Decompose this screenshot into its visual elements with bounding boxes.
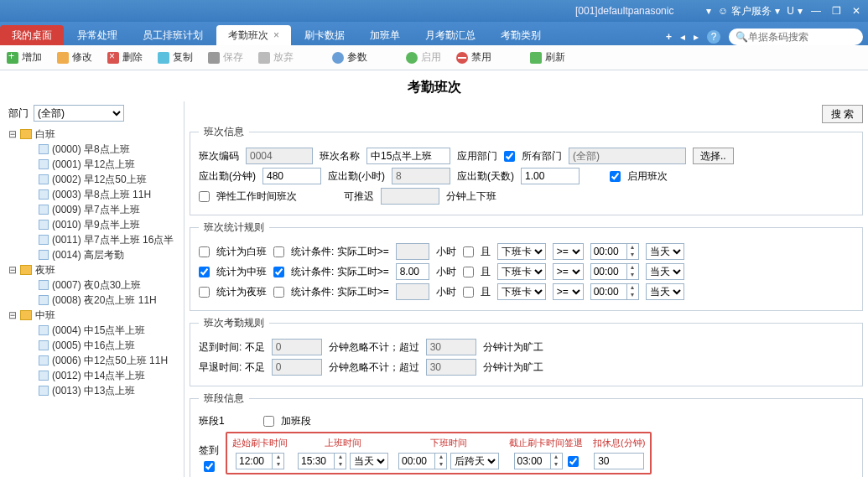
select-dept-button[interactable]: 选择.. <box>693 148 734 164</box>
copy-button[interactable]: 复制 <box>158 50 193 65</box>
time-input[interactable] <box>591 284 626 299</box>
and-checkbox[interactable] <box>463 246 474 257</box>
time-input[interactable] <box>591 244 626 259</box>
op-select[interactable]: >= <box>553 243 584 260</box>
disable-button[interactable]: 禁用 <box>456 50 491 65</box>
tree-item[interactable]: (0007) 夜0点30上班 <box>29 277 180 293</box>
tree-item[interactable]: (0001) 早12点上班 <box>29 157 180 172</box>
off-time-spinner[interactable]: ▴▾ <box>398 453 447 469</box>
collapse-icon[interactable]: ⊟ <box>8 128 17 140</box>
due-min-field[interactable] <box>262 168 321 184</box>
time-input[interactable] <box>236 454 272 469</box>
time-input[interactable] <box>299 454 334 469</box>
u-menu[interactable]: U ▾ <box>787 5 803 17</box>
time-spinner[interactable]: ▴▾ <box>590 263 639 280</box>
close-button[interactable]: ✕ <box>850 4 863 18</box>
close-tab-icon[interactable]: × <box>273 29 279 41</box>
down-arrow-icon[interactable]: ▾ <box>335 461 346 469</box>
dept-select[interactable]: (全部) <box>34 105 124 122</box>
tab-exception[interactable]: 异常处理 <box>65 25 129 45</box>
day-select[interactable]: 当天 <box>646 283 684 300</box>
cond-checkbox[interactable] <box>273 246 284 257</box>
time-spinner[interactable]: ▴▾ <box>590 243 639 260</box>
on-day-select[interactable]: 当天 <box>350 453 388 469</box>
and-checkbox[interactable] <box>463 287 474 298</box>
as-night-checkbox[interactable] <box>199 287 210 298</box>
tree-item[interactable]: (0013) 中13点上班 <box>29 383 180 398</box>
enable-shift-checkbox[interactable] <box>610 171 621 182</box>
add-button[interactable]: 增加 <box>7 50 42 65</box>
collapse-icon[interactable]: ⊟ <box>8 309 17 321</box>
tab-schedule[interactable]: 员工排班计划 <box>131 25 215 45</box>
minimize-button[interactable]: — <box>809 4 823 18</box>
customer-service-link[interactable]: ☺ 客户服务 ▾ <box>718 4 780 18</box>
tree-item[interactable]: (0009) 早7点半上班 <box>29 202 180 217</box>
start-card-spinner[interactable]: ▴▾ <box>236 453 284 469</box>
seg1-ot-checkbox[interactable] <box>263 416 274 427</box>
dropdown-arrow-icon[interactable]: ▾ <box>706 5 711 17</box>
due-day-field[interactable] <box>521 168 580 184</box>
tab-overtime[interactable]: 加班单 <box>358 25 412 45</box>
time-input[interactable] <box>399 454 434 469</box>
enable-button[interactable]: 启用 <box>406 50 441 65</box>
next-tab-button[interactable]: ▸ <box>694 31 699 43</box>
flex-checkbox[interactable] <box>199 191 210 202</box>
time-spinner[interactable]: ▴▾ <box>590 283 639 300</box>
end-card-spinner[interactable]: ▴▾ <box>514 453 563 469</box>
add-tab-button[interactable]: + <box>666 31 672 43</box>
down-arrow-icon[interactable]: ▾ <box>627 272 638 279</box>
cond-checkbox[interactable] <box>273 267 284 277</box>
off-day-select[interactable]: 后跨天 <box>450 453 499 469</box>
discard-button[interactable]: 放弃 <box>258 50 294 65</box>
cond-val[interactable] <box>396 263 429 280</box>
barcode-search[interactable]: 🔍 <box>729 29 863 45</box>
all-dept-checkbox[interactable] <box>504 151 515 162</box>
refresh-button[interactable]: 刷新 <box>530 50 565 65</box>
card-select[interactable]: 下班卡 <box>497 243 546 260</box>
down-arrow-icon[interactable]: ▾ <box>627 251 638 259</box>
tab-category[interactable]: 考勤类别 <box>489 25 553 45</box>
collapse-icon[interactable]: ⊟ <box>8 264 17 276</box>
tab-monthly[interactable]: 月考勤汇总 <box>413 25 487 45</box>
edit-button[interactable]: 修改 <box>57 50 92 65</box>
tab-swipe[interactable]: 刷卡数据 <box>293 25 356 45</box>
signout-checkbox[interactable] <box>568 456 579 467</box>
cond-checkbox[interactable] <box>273 287 284 298</box>
name-field[interactable] <box>366 148 450 164</box>
and-checkbox[interactable] <box>463 267 474 277</box>
tree-item[interactable]: (0002) 早12点50上班 <box>29 172 180 187</box>
down-arrow-icon[interactable]: ▾ <box>273 461 283 469</box>
restore-button[interactable]: ❐ <box>829 4 843 18</box>
tree-group[interactable]: ⊟中班 <box>8 308 180 323</box>
params-button[interactable]: 参数 <box>332 50 367 65</box>
as-day-checkbox[interactable] <box>199 246 210 257</box>
tree-item[interactable]: (0012) 中14点半上班 <box>29 368 180 383</box>
help-icon[interactable]: ? <box>707 30 720 44</box>
time-input[interactable] <box>591 264 626 279</box>
tree-group[interactable]: ⊟白班 <box>8 127 180 142</box>
tree-group[interactable]: ⊟夜班 <box>8 262 180 277</box>
as-mid-checkbox[interactable] <box>199 267 210 277</box>
on-time-spinner[interactable]: ▴▾ <box>298 453 346 469</box>
tree-item[interactable]: (0008) 夜20点上班 11H <box>29 293 180 308</box>
card-select[interactable]: 下班卡 <box>497 263 546 280</box>
tree-item[interactable]: (0005) 中16点上班 <box>29 338 180 353</box>
tree-item[interactable]: (0011) 早7点半上班 16点半 <box>29 232 180 247</box>
card-select[interactable]: 下班卡 <box>497 283 546 300</box>
tree-item[interactable]: (0004) 中15点半上班 <box>29 323 180 338</box>
down-arrow-icon[interactable]: ▾ <box>435 461 446 469</box>
barcode-search-input[interactable] <box>748 31 849 43</box>
save-button[interactable]: 保存 <box>208 50 243 65</box>
down-arrow-icon[interactable]: ▾ <box>551 461 562 469</box>
tab-shifts[interactable]: 考勤班次 × <box>216 25 291 45</box>
tree-item[interactable]: (0006) 中12点50上班 11H <box>29 353 180 368</box>
tree-item[interactable]: (0003) 早8点上班 11H <box>29 187 180 202</box>
day-select[interactable]: 当天 <box>646 263 684 280</box>
signin-checkbox[interactable] <box>204 461 215 472</box>
tree-item[interactable]: (0000) 早8点上班 <box>29 142 180 157</box>
delete-button[interactable]: 删除 <box>107 50 143 65</box>
down-arrow-icon[interactable]: ▾ <box>627 292 638 299</box>
tree-item[interactable]: (0010) 早9点半上班 <box>29 217 180 232</box>
tree-item[interactable]: (0014) 高层考勤 <box>29 247 180 262</box>
day-select[interactable]: 当天 <box>646 243 684 260</box>
